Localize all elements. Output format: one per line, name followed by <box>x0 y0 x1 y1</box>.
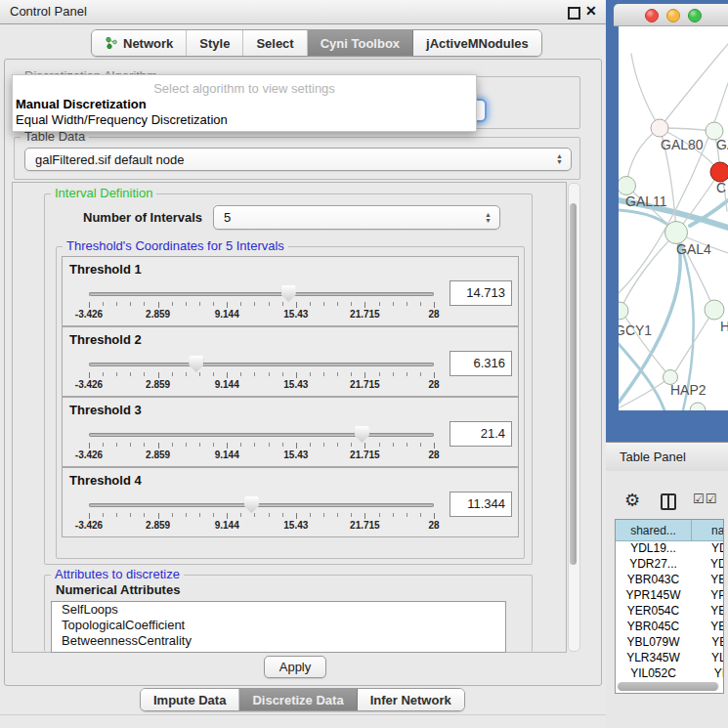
slider-track[interactable] <box>89 363 434 366</box>
cell-name[interactable]: YER0 <box>692 604 724 618</box>
slider-track[interactable] <box>89 503 434 507</box>
attributes-list-scrollbar[interactable] <box>505 605 506 649</box>
cell-shared-name[interactable]: YPR145W <box>616 588 691 602</box>
tab-discretize-data[interactable]: Discretize Data <box>239 689 357 710</box>
table-row[interactable]: YIL052CYIL0 <box>616 666 724 682</box>
numerical-attributes-label: Numerical Attributes <box>56 582 180 597</box>
tab-label: Style <box>199 36 230 51</box>
number-of-intervals-combobox[interactable]: 5 ▲▼ <box>213 205 500 230</box>
table-row[interactable]: YER054CYER0 <box>616 604 724 620</box>
cell-name[interactable]: YIL0 <box>692 666 724 680</box>
column-layout-icon[interactable] <box>661 493 676 510</box>
network-node[interactable] <box>619 177 636 195</box>
column-header-name[interactable]: name <box>692 520 724 541</box>
slider-3[interactable]: -3.4262.8599.14415.4321.71528 <box>89 427 434 460</box>
scrollbar-thumb[interactable] <box>570 203 577 565</box>
slider-1[interactable]: -3.4262.8599.14415.4321.71528 <box>89 286 434 320</box>
slider-tick-label: -3.426 <box>75 450 103 460</box>
column-header-shared-name[interactable]: shared... <box>616 520 692 541</box>
list-item-betweennesscentrality[interactable]: BetweennessCentrality <box>52 633 505 649</box>
threshold-value-field[interactable]: 6.316 <box>450 351 512 376</box>
float-window-icon[interactable] <box>568 7 580 20</box>
threshold-value-field[interactable]: 11.344 <box>450 492 512 517</box>
table-horizontal-scrollbar[interactable] <box>618 682 719 691</box>
slider-track[interactable] <box>89 292 434 296</box>
table-row[interactable]: YDL19...YDL1 <box>616 541 724 557</box>
slider-tick <box>364 302 365 308</box>
cell-name[interactable]: YBR0 <box>692 620 724 633</box>
slider-tick <box>158 443 159 449</box>
table-row[interactable]: YBL079WYBL0 <box>616 635 724 651</box>
list-item-topologicalcoefficient[interactable]: TopologicalCoefficient <box>52 618 505 633</box>
cell-name[interactable]: YDL1 <box>692 541 724 555</box>
list-item-selfloops[interactable]: SelfLoops <box>52 602 505 618</box>
table-options-checkbox-icons[interactable]: ☑☑ <box>693 492 717 506</box>
table-row[interactable]: YBR045CYBR0 <box>616 620 724 635</box>
slider-thumb[interactable] <box>244 496 259 513</box>
apply-button[interactable]: Apply <box>264 656 326 678</box>
slider-thumb[interactable] <box>189 356 203 372</box>
checkbox-icon[interactable]: ☑ <box>693 492 706 506</box>
cell-name[interactable]: YBL0 <box>692 635 724 649</box>
slider-tick <box>227 513 228 519</box>
network-node[interactable] <box>651 119 668 137</box>
cell-name[interactable]: YDR2 <box>692 557 724 571</box>
cell-shared-name[interactable]: YBL079W <box>616 635 691 649</box>
cell-shared-name[interactable]: YLR345W <box>616 651 691 664</box>
close-traffic-light-icon[interactable] <box>645 9 659 22</box>
close-icon[interactable]: ✕ <box>585 3 597 19</box>
zoom-traffic-light-icon[interactable] <box>688 9 702 22</box>
cell-shared-name[interactable]: YBR045C <box>616 620 691 633</box>
scrollbar-thumb[interactable] <box>618 682 718 691</box>
tab-network[interactable]: Network <box>92 30 187 56</box>
slider-tick <box>420 513 421 517</box>
cell-name[interactable]: YBR0 <box>692 573 724 586</box>
checkbox-icon[interactable]: ☑ <box>706 492 718 506</box>
table-row[interactable]: YLR345WYLR3 <box>616 651 724 666</box>
network-node[interactable] <box>710 162 728 182</box>
slider-tick <box>158 513 159 519</box>
slider-tick <box>254 302 255 306</box>
slider-tick <box>227 372 228 378</box>
table-row[interactable]: YBR043CYBR0 <box>616 573 724 588</box>
table-row[interactable]: YDR27...YDR2 <box>616 557 724 573</box>
tab-select[interactable]: Select <box>243 30 307 56</box>
slider-2[interactable]: -3.4262.8599.14415.4321.71528 <box>89 357 434 390</box>
network-node[interactable] <box>690 403 706 410</box>
minimize-traffic-light-icon[interactable] <box>666 9 680 22</box>
menu-item-manual-discretization[interactable]: Manual Discretization <box>16 97 473 111</box>
cell-shared-name[interactable]: YDL19... <box>616 541 691 555</box>
slider-tick <box>172 302 173 306</box>
cell-shared-name[interactable]: YIL052C <box>616 666 691 680</box>
threshold-value-field[interactable]: 14.713 <box>450 280 512 306</box>
node-attribute-table[interactable]: shared... name YDL19...YDL1YDR27...YDR2Y… <box>615 519 724 694</box>
number-of-intervals-value: 5 <box>224 206 231 229</box>
cell-shared-name[interactable]: YBR043C <box>616 573 691 586</box>
numerical-attributes-list[interactable]: SelfLoopsTopologicalCoefficientBetweenne… <box>51 601 506 653</box>
cell-shared-name[interactable]: YDR27... <box>616 557 691 571</box>
tab-cyni-toolbox[interactable]: Cyni Toolbox <box>308 30 413 56</box>
main-vertical-scrollbar[interactable] <box>568 183 580 652</box>
slider-track[interactable] <box>89 433 434 437</box>
cell-shared-name[interactable]: YER054C <box>616 604 691 618</box>
network-node[interactable] <box>619 302 628 320</box>
tab-style[interactable]: Style <box>187 30 243 56</box>
slider-tick <box>130 302 131 306</box>
slider-tick <box>434 443 435 449</box>
cell-name[interactable]: YLR3 <box>692 651 724 664</box>
network-node[interactable] <box>705 300 724 320</box>
gear-icon[interactable]: ⚙ <box>624 490 640 511</box>
cell-name[interactable]: YPR1 <box>692 588 724 602</box>
table-data-combobox[interactable]: galFiltered.sif default node ▲▼ <box>24 148 572 171</box>
slider-thumb[interactable] <box>281 285 296 302</box>
tab-impute-data[interactable]: Impute Data <box>141 689 239 710</box>
slider-thumb[interactable] <box>355 426 369 443</box>
network-canvas[interactable]: GAL80GACGAL11GAL4GCY1HHAP2 <box>619 26 728 410</box>
menu-item-equal-width-frequency[interactable]: Equal Width/Frequency Discretization <box>16 112 473 127</box>
tab-jactivemnodules[interactable]: jActiveMNodules <box>413 30 541 56</box>
table-row[interactable]: YPR145WYPR1 <box>616 588 724 604</box>
slider-4[interactable]: -3.4262.8599.14415.4321.71528 <box>89 497 434 531</box>
threshold-value-field[interactable]: 21.4 <box>450 421 512 447</box>
tab-infer-network[interactable]: Infer Network <box>358 689 464 710</box>
network-window-titlebar[interactable] <box>614 4 728 26</box>
